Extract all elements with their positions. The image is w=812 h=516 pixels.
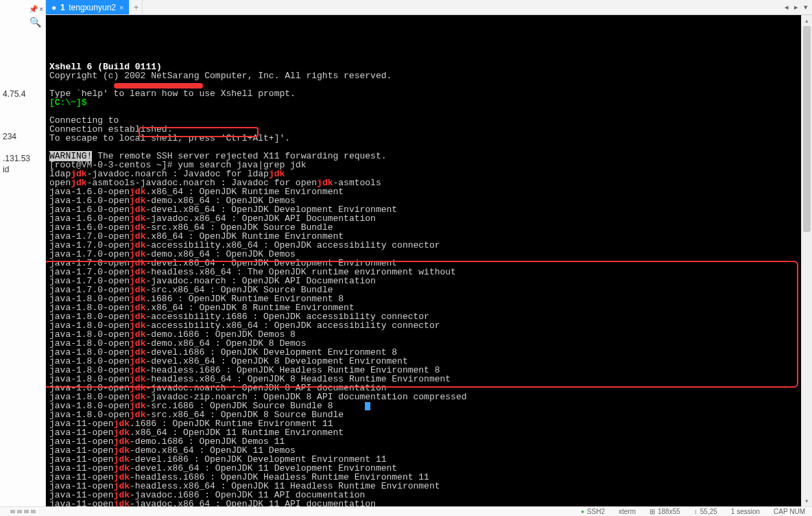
status-bar: ●SSH2 xterm ⊞188x55 ↕55,25 1 session CAP… <box>46 506 812 516</box>
led-icon <box>10 510 15 513</box>
led-icon <box>17 510 22 513</box>
status-caps: CAP NUM <box>774 508 805 515</box>
tab-number: 1 <box>60 3 65 12</box>
status-term: xterm <box>619 508 636 515</box>
grid-icon: ⊞ <box>649 508 655 515</box>
cursor-pos-icon: ↕ <box>694 508 697 515</box>
command-highlight-box <box>139 127 259 137</box>
tree-item[interactable]: .131.53 <box>3 154 30 163</box>
status-size: ⊞188x55 <box>649 508 680 515</box>
scroll-up-icon[interactable]: ▴ <box>802 15 812 26</box>
session-tree-panel: 📌 × 🔍 4.75.4 234 .131.53 id <box>0 0 46 516</box>
panel-close-icon[interactable]: × <box>39 5 43 13</box>
tab-title: tengxunyun2 <box>69 3 116 12</box>
tab-bar: ● 1 tengxunyun2 × + ◂ ▸ ▾ <box>46 0 812 15</box>
status-session: 1 session <box>731 508 760 515</box>
session-tab[interactable]: ● 1 tengxunyun2 × <box>46 0 129 14</box>
redaction-mark <box>114 83 203 89</box>
tab-menu-icon[interactable]: ▾ <box>804 3 808 12</box>
new-tab-button[interactable]: + <box>129 0 143 14</box>
tree-item[interactable]: id <box>3 165 9 174</box>
tree-item[interactable]: 4.75.4 <box>3 89 25 99</box>
tab-close-icon[interactable]: × <box>119 3 123 12</box>
search-icon[interactable]: 🔍 <box>29 16 41 27</box>
tab-right-controls: ◂ ▸ ▾ <box>785 0 812 14</box>
tree-item[interactable]: 234 <box>3 132 16 141</box>
vertical-scrollbar[interactable]: ▴ ▾ <box>801 15 812 506</box>
tab-right-arrow-icon[interactable]: ▸ <box>794 3 798 12</box>
main-area: ● 1 tengxunyun2 × + ◂ ▸ ▾ Xshell 6 (Buil… <box>46 0 812 516</box>
tab-circle-icon: ● <box>51 3 56 12</box>
scroll-thumb[interactable] <box>803 26 811 232</box>
pin-icon[interactable]: 📌 <box>29 5 38 14</box>
terminal[interactable]: Xshell 6 (Build 0111)Copyright (c) 2002 … <box>46 15 812 516</box>
status-ssh: ●SSH2 <box>581 508 605 515</box>
led-icon <box>31 510 36 513</box>
status-pos: ↕55,25 <box>694 508 717 515</box>
tab-left-arrow-icon[interactable]: ◂ <box>785 3 789 12</box>
status-dot-icon: ● <box>581 508 584 515</box>
led-icon <box>24 510 29 513</box>
activity-leds <box>0 506 46 516</box>
selection-highlight-box <box>46 261 798 388</box>
scroll-down-icon[interactable]: ▾ <box>802 495 812 506</box>
